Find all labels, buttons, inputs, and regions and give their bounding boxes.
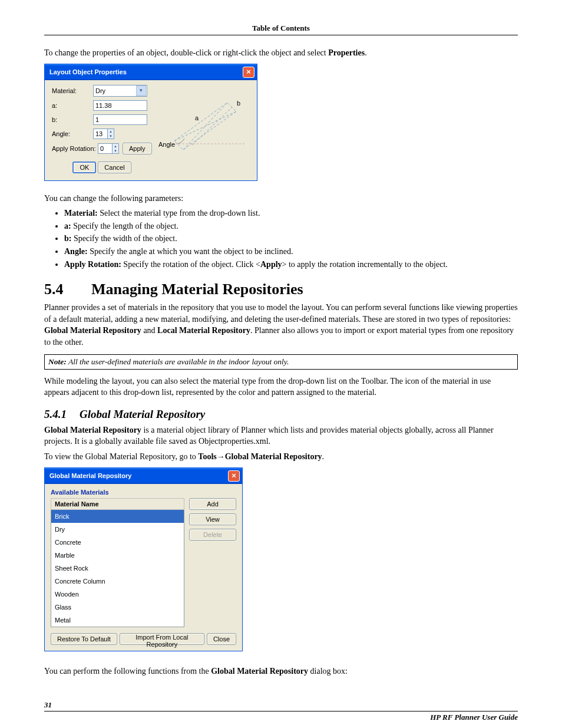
note-text: All the user-defined materials are avail… <box>67 357 289 366</box>
param-desc: Specify the length of the object. <box>71 222 178 230</box>
intro-paragraph: To change the properties of an object, d… <box>44 47 518 59</box>
param-desc: Specify the rotation of the object. Clic… <box>121 260 260 269</box>
material-name-cell[interactable]: Dry <box>51 523 184 536</box>
param-name: Material: <box>64 209 98 218</box>
params-lead: You can change the following parameters: <box>44 193 518 205</box>
table-row[interactable]: Concrete <box>51 536 184 549</box>
delete-button: Delete <box>189 529 236 541</box>
table-row[interactable]: Brick <box>51 509 184 523</box>
sec541-p2: To view the Global Material Repository, … <box>44 451 518 463</box>
text: You can perform the following functions … <box>44 667 211 676</box>
dialog1-title: Layout Object Properties <box>49 68 127 75</box>
text: dialog box: <box>308 667 348 676</box>
material-label: Material: <box>52 87 93 94</box>
spin-up-icon[interactable]: ▲ <box>108 129 114 134</box>
import-local-button[interactable]: Import From Local Repository <box>120 633 204 645</box>
list-item: Material: Select the material type from … <box>64 207 518 219</box>
angle-field[interactable] <box>93 129 107 139</box>
b-field[interactable] <box>93 114 147 125</box>
add-button[interactable]: Add <box>189 498 236 510</box>
text-bold: Global Material Repository <box>44 326 141 335</box>
apply-button[interactable]: Apply <box>123 143 152 154</box>
section-number: 5.4 <box>44 281 91 298</box>
param-desc: Specify the angle at which you want the … <box>88 247 293 256</box>
material-name-cell[interactable]: Glass <box>51 601 184 614</box>
object-diagram: a b Angle <box>157 85 251 173</box>
section-5-4-heading: 5.4Managing Material Repositories <box>44 281 518 298</box>
text: and <box>141 326 157 335</box>
close-button[interactable]: Close <box>207 633 236 645</box>
text-bold: Local Material Repository <box>157 326 250 335</box>
note-box: Note: All the user-defined materials are… <box>44 354 518 370</box>
svg-text:b: b <box>237 100 240 107</box>
after-dlg2-p: You can perform the following functions … <box>44 666 518 677</box>
list-item: b: Specify the width of the object. <box>64 233 518 245</box>
a-label: a: <box>52 102 93 109</box>
table-row[interactable]: Marble <box>51 549 184 562</box>
material-name-cell[interactable]: Marble <box>51 549 184 562</box>
material-name-cell[interactable]: Metal <box>51 614 184 627</box>
spin-up-icon[interactable]: ▲ <box>113 144 118 149</box>
svg-line-2 <box>174 111 236 141</box>
close-icon[interactable]: × <box>228 470 240 482</box>
intro-text-after: . <box>365 48 367 57</box>
svg-line-4 <box>192 107 232 145</box>
close-icon[interactable]: × <box>243 67 254 78</box>
material-name-cell[interactable]: Concrete <box>51 536 184 549</box>
column-header[interactable]: Material Name <box>51 498 184 509</box>
restore-default-button[interactable]: Restore To Default <box>51 633 117 645</box>
ok-button[interactable]: OK <box>72 162 96 173</box>
cancel-button[interactable]: Cancel <box>98 162 131 173</box>
a-field[interactable] <box>93 100 147 111</box>
section-title: Managing Material Repositories <box>91 281 303 298</box>
table-row[interactable]: Glass <box>51 601 184 614</box>
list-item: Apply Rotation: Specify the rotation of … <box>64 259 518 271</box>
list-item: a: Specify the length of the object. <box>64 220 518 232</box>
global-material-repository-dialog: Global Material Repository × Available M… <box>44 467 243 651</box>
layout-object-properties-dialog: Layout Object Properties × Material: Dry… <box>44 64 257 181</box>
available-materials-label: Available Materials <box>51 489 236 496</box>
param-name: a: <box>64 222 71 230</box>
subsection-title: Global Material Repository <box>80 408 205 420</box>
note-label: Note: <box>48 357 67 366</box>
material-name-cell[interactable]: Concrete Column <box>51 575 184 588</box>
table-row[interactable]: Wooden <box>51 588 184 601</box>
material-name-cell[interactable]: Sheet Rock <box>51 562 184 575</box>
spin-down-icon[interactable]: ▼ <box>113 149 118 153</box>
guide-title: HP RF Planner User Guide <box>44 713 518 722</box>
sec54-p1: Planner provides a set of materials in t… <box>44 302 518 348</box>
page-number: 31 <box>44 700 518 711</box>
params-list: Material: Select the material type from … <box>44 207 518 270</box>
text: . <box>322 452 325 461</box>
material-name-cell[interactable]: Wooden <box>51 588 184 601</box>
material-name-cell[interactable]: Brick <box>51 509 184 523</box>
param-desc-after: > to apply the rotation incrementally to… <box>282 260 448 269</box>
angle-stepper[interactable]: ▲▼ <box>93 129 114 139</box>
table-row[interactable]: Concrete Column <box>51 575 184 588</box>
text-bold: Global Material Repository <box>44 426 141 434</box>
rotation-stepper[interactable]: ▲▼ <box>98 143 119 154</box>
arrow-icon: → <box>217 452 225 461</box>
text-bold: Tools <box>198 452 216 461</box>
table-row[interactable]: Dry <box>51 523 184 536</box>
param-apply-bold: Apply <box>260 260 282 269</box>
material-value: Dry <box>95 87 105 94</box>
text-bold: Global Material Repository <box>211 667 308 676</box>
angle-label: Angle: <box>52 130 93 137</box>
subsection-number: 5.4.1 <box>44 408 80 421</box>
svg-text:Angle: Angle <box>158 141 175 148</box>
list-item: Angle: Specify the angle at which you wa… <box>64 246 518 258</box>
param-desc: Select the material type from the drop-d… <box>98 209 260 218</box>
chevron-down-icon[interactable]: ▾ <box>136 85 146 96</box>
spin-down-icon[interactable]: ▼ <box>108 134 114 139</box>
view-button[interactable]: View <box>189 513 236 525</box>
table-row[interactable]: Sheet Rock <box>51 562 184 575</box>
text: To view the Global Material Repository, … <box>44 452 198 461</box>
param-name: Apply Rotation: <box>64 260 121 269</box>
material-select[interactable]: Dry ▾ <box>93 85 147 97</box>
rotation-field[interactable] <box>98 143 112 154</box>
materials-table[interactable]: Material Name BrickDryConcreteMarbleShee… <box>51 498 184 627</box>
param-desc: Specify the width of the object. <box>71 234 177 243</box>
dialog1-titlebar: Layout Object Properties × <box>45 64 257 80</box>
table-row[interactable]: Metal <box>51 614 184 627</box>
